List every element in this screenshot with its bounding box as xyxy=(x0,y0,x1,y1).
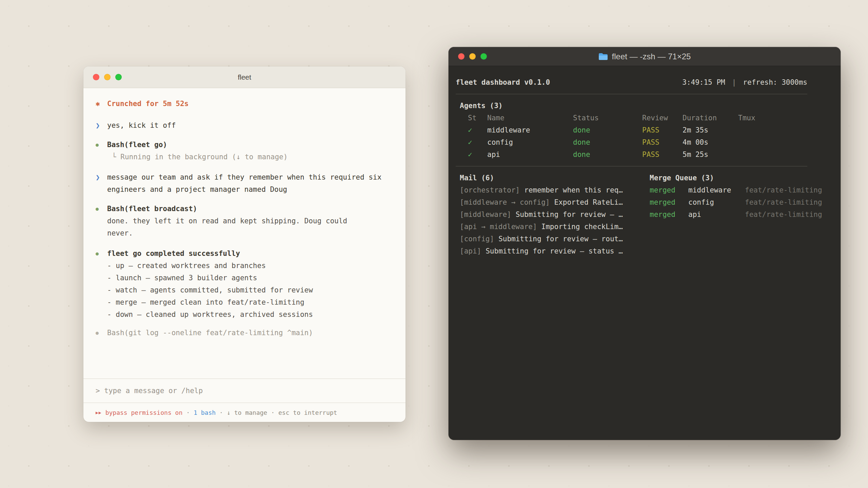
col-st: St xyxy=(468,112,487,124)
result-item: - up — created worktrees and branches xyxy=(107,260,392,272)
window-title: fleet xyxy=(83,73,406,81)
agent-duration: 4m 00s xyxy=(683,136,738,148)
check-icon: ✓ xyxy=(468,136,487,148)
spinner-line: ✱ Crunched for 5m 52s xyxy=(96,98,392,110)
col-review: Review xyxy=(642,112,683,124)
separator-pipe: | xyxy=(732,78,736,86)
mail-and-merge-section: Mail (6) [orchestrator]remember when thi… xyxy=(456,172,834,257)
bash-count-label: 1 bash xyxy=(194,409,216,416)
pending-tool-call: ● Bash(git log --oneline feat/rate-limit… xyxy=(96,327,392,339)
divider xyxy=(456,94,807,94)
message-input[interactable] xyxy=(96,387,393,395)
agent-tmux xyxy=(738,136,807,148)
mail-subject: Importing checkLim… xyxy=(541,223,623,231)
agent-status: done xyxy=(573,136,642,148)
agent-status: done xyxy=(573,124,642,136)
dashboard-title: fleet dashboard v0.1.0 xyxy=(456,76,550,88)
agent-name: config xyxy=(487,136,573,148)
minimize-button[interactable] xyxy=(104,74,111,80)
agent-tmux xyxy=(738,124,807,136)
merge-queue-heading: Merge Queue (3) xyxy=(650,172,822,184)
tool-title: Bash(git log --oneline feat/rate-limitin… xyxy=(107,327,313,339)
merge-agent-name: config xyxy=(688,196,745,208)
merge-agent-name: api xyxy=(688,208,745,221)
dashboard-header: fleet dashboard v0.1.0 3:49:15 PM|refres… xyxy=(456,76,807,88)
agent-duration: 2m 35s xyxy=(683,124,738,136)
agent-review: PASS xyxy=(642,148,683,161)
separator-dot: · xyxy=(219,409,223,416)
tool-output-line: never. xyxy=(107,227,392,239)
merge-status: merged xyxy=(650,208,688,221)
agent-row: ✓ config done PASS 4m 00s xyxy=(456,136,807,148)
mail-item: [middleware → config]Exported RateLi… xyxy=(460,196,646,208)
zoom-button[interactable] xyxy=(115,74,122,80)
terminal-screen[interactable]: fleet dashboard v0.1.0 3:49:15 PM|refres… xyxy=(449,66,841,440)
mail-sender: [api → middleware] xyxy=(460,223,537,231)
claude-code-window: fleet ✱ Crunched for 5m 52s ❯ yes, kick … xyxy=(83,66,406,422)
agent-row: ✓ middleware done PASS 2m 35s xyxy=(456,124,807,136)
claude-titlebar[interactable]: fleet xyxy=(83,66,406,88)
result-title: fleet go completed successfully xyxy=(107,249,240,258)
interrupt-hint: esc to interrupt xyxy=(278,409,337,416)
minimize-button[interactable] xyxy=(469,53,476,60)
zoom-button[interactable] xyxy=(480,53,487,60)
message-input-area[interactable] xyxy=(83,379,406,403)
tool-call: ● Bash(fleet broadcast) done. they left … xyxy=(96,203,392,239)
dashboard-meta: 3:49:15 PM|refresh: 3000ms xyxy=(682,76,807,88)
mail-heading: Mail (6) xyxy=(460,172,646,184)
agents-table-header: St Name Status Review Duration Tmux xyxy=(456,112,807,124)
mail-sender: [api] xyxy=(460,247,481,255)
user-prompt-text: engineers and a project manager named Do… xyxy=(107,183,392,196)
agent-tmux xyxy=(738,148,807,161)
mail-item: [config]Submitting for review — rout… xyxy=(460,233,646,245)
agent-row: ✓ api done PASS 5m 25s xyxy=(456,148,807,161)
tool-bullet-icon: ● xyxy=(96,203,107,239)
merge-queue-item: merged middleware feat/rate-limiting xyxy=(650,184,822,196)
divider xyxy=(456,166,807,166)
tool-title: Bash(fleet broadcast) xyxy=(107,205,197,213)
terminal-title-group: fleet — -zsh — 71×25 xyxy=(449,52,841,61)
tool-bullet-icon: ● xyxy=(96,327,107,339)
user-prompt: ❯ message our team and ask if they remem… xyxy=(96,171,392,196)
tool-note: └ Running in the background (↓ to manage… xyxy=(112,151,392,163)
terminal-window: fleet — -zsh — 71×25 fleet dashboard v0.… xyxy=(449,47,841,440)
tool-call: ● Bash(fleet go) └ Running in the backgr… xyxy=(96,139,392,163)
check-icon: ✓ xyxy=(468,148,487,161)
agent-status: done xyxy=(573,148,642,161)
check-icon: ✓ xyxy=(468,124,487,136)
user-prompt: ❯ yes, kick it off xyxy=(96,119,392,131)
prompt-chevron-icon: ❯ xyxy=(96,171,107,196)
mail-item: [api]Submitting for review — status … xyxy=(460,245,646,257)
close-button[interactable] xyxy=(458,53,465,60)
mail-subject: Submitting for review — rout… xyxy=(498,235,623,243)
mail-item: [api → middleware]Importing checkLim… xyxy=(460,221,646,233)
terminal-window-title: fleet — -zsh — 71×25 xyxy=(612,52,691,61)
result-block: ● fleet go completed successfully - up —… xyxy=(96,247,392,321)
user-prompt-text: message our team and ask if they remembe… xyxy=(107,171,392,183)
mail-subject: Exported RateLi… xyxy=(554,198,623,206)
agents-heading: Agents (3) xyxy=(460,100,807,112)
close-button[interactable] xyxy=(93,74,99,80)
agent-name: api xyxy=(487,148,573,161)
merge-queue-item: merged config feat/rate-limiting xyxy=(650,196,822,208)
agent-duration: 5m 25s xyxy=(683,148,738,161)
separator-dot: · xyxy=(186,409,190,416)
bypass-icon: ▶▶ xyxy=(96,410,102,415)
conversation-log: ✱ Crunched for 5m 52s ❯ yes, kick it off… xyxy=(83,88,406,379)
tool-title: Bash(fleet go) xyxy=(107,141,167,149)
result-item: - watch — agents committed, submitted fo… xyxy=(107,284,392,296)
col-status: Status xyxy=(573,112,642,124)
terminal-titlebar[interactable]: fleet — -zsh — 71×25 xyxy=(449,47,841,66)
mail-subject: Submitting for review — status … xyxy=(486,247,623,255)
merge-status: merged xyxy=(650,184,688,196)
result-item: - down — cleaned up worktrees, archived … xyxy=(107,308,392,321)
agent-review: PASS xyxy=(642,124,683,136)
status-bar: ▶▶ bypass permissions on · 1 bash · ↓ to… xyxy=(83,403,406,422)
mail-sender: [middleware → config] xyxy=(460,198,550,206)
spinner-icon: ✱ xyxy=(96,98,107,110)
user-prompt-text: yes, kick it off xyxy=(107,119,176,131)
tool-bullet-icon: ● xyxy=(96,139,107,163)
mail-subject: remember when this req… xyxy=(524,186,623,194)
clock-readout: 3:49:15 PM xyxy=(682,78,725,86)
col-tmux: Tmux xyxy=(738,112,807,124)
